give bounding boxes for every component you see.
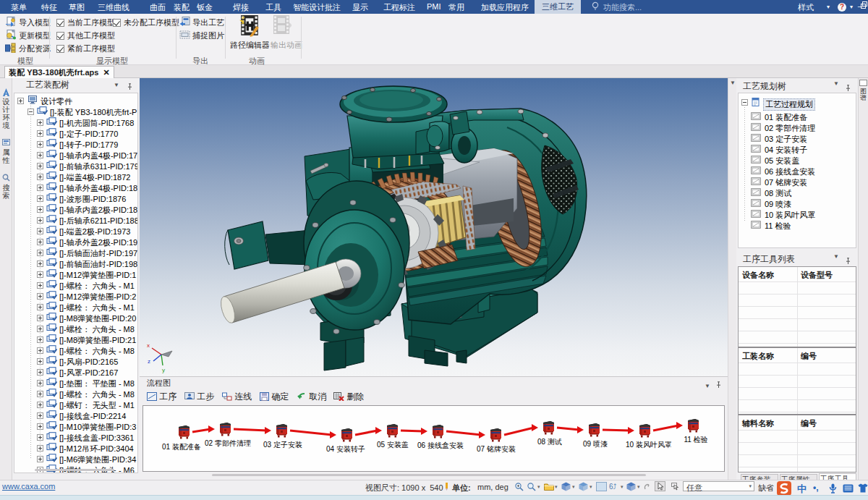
svg-text:y: y [162,367,165,373]
svg-text:z: z [148,358,150,365]
svg-text:x: x [147,342,150,349]
